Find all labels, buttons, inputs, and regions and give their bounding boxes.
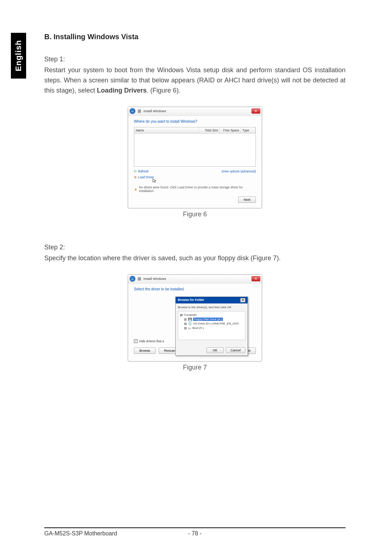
refresh-link[interactable]: ↻Refresh bbox=[134, 170, 149, 173]
cancel-button[interactable]: Cancel bbox=[226, 347, 245, 353]
window-title: Install Windows bbox=[143, 109, 166, 113]
titlebar: ← ⊞ Install Windows ✕ bbox=[128, 275, 262, 283]
checkbox-icon[interactable]: ✓ bbox=[134, 339, 138, 343]
col-name[interactable]: Name bbox=[134, 127, 199, 133]
tree-item-0-label: Floppy Disk Drive (A:) bbox=[193, 318, 223, 321]
drive-icon: ▭ bbox=[188, 326, 191, 330]
col-free-space[interactable]: Free Space bbox=[220, 127, 241, 133]
refresh-icon: ↻ bbox=[134, 170, 137, 173]
cd-icon: 💿 bbox=[188, 322, 192, 326]
step1-text-bold: Loading Drivers bbox=[97, 87, 147, 94]
expand-icon[interactable]: ⊞ bbox=[184, 322, 187, 326]
install-windows-dialog-1: ← ⊞ Install Windows ✕ Where do you want … bbox=[128, 107, 262, 208]
back-icon[interactable]: ← bbox=[130, 276, 135, 282]
tree-item-1-label: CD Drive (D:) LRMCFRE_EN_DVD bbox=[193, 322, 239, 325]
install-heading: Where do you want to install Windows? bbox=[134, 119, 256, 123]
step1-text-pre: Restart your system to boot from the Win… bbox=[44, 66, 346, 94]
browse-for-folder-dialog: Browse for Folder ✕ Browse to the driver… bbox=[175, 297, 248, 356]
figure7-wrap: ← ⊞ Install Windows ✕ Select the driver … bbox=[44, 274, 346, 371]
cursor-icon bbox=[152, 178, 157, 183]
disk-table: Name Total Size Free Space Type bbox=[134, 127, 256, 167]
col-type[interactable]: Type bbox=[241, 127, 256, 133]
step2-label: Step 2: bbox=[44, 244, 346, 251]
tree-item-2-label: Boot (X:) bbox=[192, 326, 204, 330]
windows-logo-icon: ⊞ bbox=[138, 109, 141, 114]
close-icon[interactable]: ✕ bbox=[252, 276, 260, 281]
step1-body: Restart your system to boot from the Win… bbox=[44, 65, 346, 96]
expand-icon[interactable]: ⊞ bbox=[184, 326, 187, 330]
tree-item-floppy[interactable]: ⊞ 💾 Floppy Disk Drive (A:) bbox=[180, 317, 244, 322]
browse-dialog-titlebar: Browse for Folder ✕ bbox=[176, 297, 248, 303]
page-footer: GA-M52S-S3P Motherboard - 78 - bbox=[44, 527, 346, 537]
footer-page: - 78 - bbox=[188, 530, 201, 537]
col-total-size[interactable]: Total Size bbox=[199, 127, 220, 133]
section-heading: B. Installing Windows Vista bbox=[44, 33, 346, 41]
warning-icon: ▲ bbox=[134, 187, 138, 191]
hide-drivers-label: Hide drivers that a bbox=[139, 339, 164, 343]
refresh-text: Refresh bbox=[138, 170, 149, 173]
back-icon[interactable]: ← bbox=[130, 108, 135, 114]
tree-item-boot[interactable]: ⊞ ▭ Boot (X:) bbox=[180, 326, 244, 330]
browse-instruction: Browse to the driver(s), and then click … bbox=[178, 306, 245, 309]
table-header: Name Total Size Free Space Type bbox=[134, 127, 256, 134]
load-driver-icon: ⊕ bbox=[134, 175, 137, 179]
close-icon[interactable]: ✕ bbox=[252, 109, 260, 114]
expand-icon[interactable]: ⊞ bbox=[184, 318, 187, 321]
drive-options-link[interactable]: Drive options (advanced) bbox=[222, 170, 256, 173]
footer-model: GA-M52S-S3P Motherboard bbox=[44, 530, 188, 537]
next-button[interactable]: Next bbox=[238, 196, 256, 203]
language-tab: English bbox=[11, 33, 26, 78]
figure6-caption: Figure 6 bbox=[183, 211, 207, 218]
titlebar: ← ⊞ Install Windows ✕ bbox=[128, 107, 262, 116]
figure6-wrap: ← ⊞ Install Windows ✕ Where do you want … bbox=[44, 107, 346, 218]
step1-text-post: . (Figure 6). bbox=[147, 87, 180, 94]
page-content: B. Installing Windows Vista Step 1: Rest… bbox=[44, 33, 346, 386]
table-body-empty bbox=[134, 134, 256, 166]
browse-button[interactable]: Browse bbox=[134, 347, 156, 354]
figure7-caption: Figure 7 bbox=[183, 364, 207, 371]
ok-button[interactable]: OK bbox=[207, 347, 224, 353]
step2-body: Specify the location where the driver is… bbox=[44, 253, 346, 264]
windows-logo-icon: ⊞ bbox=[138, 276, 141, 281]
install-windows-dialog-2: ← ⊞ Install Windows ✕ Select the driver … bbox=[128, 274, 262, 362]
dialog-close-icon[interactable]: ✕ bbox=[240, 298, 245, 302]
hide-drivers-row[interactable]: ✓ Hide drivers that a bbox=[134, 339, 164, 343]
tree-root[interactable]: 🖳 Computer bbox=[180, 313, 244, 317]
tree-item-cd[interactable]: ⊞ 💿 CD Drive (D:) LRMCFRE_EN_DVD bbox=[180, 322, 244, 326]
window-title: Install Windows bbox=[143, 277, 166, 281]
browse-dialog-title: Browse for Folder bbox=[178, 298, 204, 302]
computer-icon: 🖳 bbox=[180, 313, 183, 317]
warning-text: No drives were found. Click Load Driver … bbox=[139, 185, 256, 193]
floppy-icon: 💾 bbox=[188, 318, 192, 321]
load-driver-text: Load Driver bbox=[138, 175, 154, 179]
folder-tree[interactable]: 🖳 Computer ⊞ 💾 Floppy Disk Drive (A:) ⊞ … bbox=[178, 311, 245, 340]
select-driver-heading: Select the driver to be installed. bbox=[134, 287, 256, 291]
step1-label: Step 1: bbox=[44, 56, 346, 63]
tree-root-label: Computer bbox=[184, 313, 197, 317]
load-driver-link[interactable]: ⊕Load Driver bbox=[134, 175, 154, 179]
